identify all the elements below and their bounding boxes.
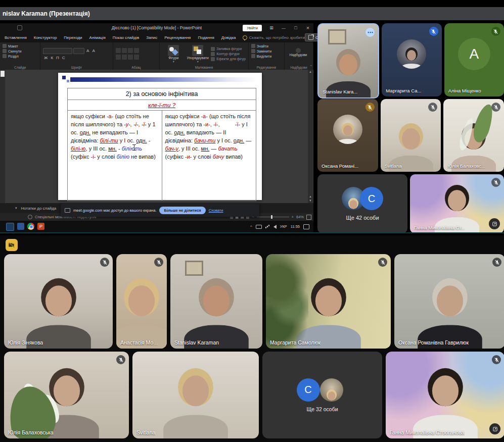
fit-to-window-icon[interactable] xyxy=(306,215,311,220)
zoom-slider[interactable] xyxy=(257,217,289,217)
more-options-badge[interactable] xyxy=(365,28,375,37)
participant-silhouette xyxy=(409,268,490,349)
ribbon-button[interactable]: Знайти xyxy=(251,44,271,48)
ribbon-button[interactable]: Розділ xyxy=(3,54,22,58)
signin-button[interactable]: Увійти xyxy=(243,25,262,31)
speaker-icon[interactable] xyxy=(273,225,277,229)
shrink-font-icon[interactable]: А xyxy=(91,48,96,53)
tellme-search[interactable]: Скажіть, що потрібно зробити xyxy=(243,35,305,40)
participant-tile[interactable]: Stanislav Kara... xyxy=(317,23,379,99)
start-icon[interactable] xyxy=(6,223,14,231)
camera-off-button[interactable] xyxy=(6,239,18,251)
ribbon-tab[interactable]: Переходи xyxy=(60,33,85,42)
restore-icon[interactable] xyxy=(290,24,301,32)
collapse-ribbon-icon[interactable]: ⌃ xyxy=(309,65,312,69)
scroll-up-icon[interactable]: ▲ xyxy=(309,70,312,74)
participant-tile[interactable]: C Ще 42 особи xyxy=(317,174,407,233)
addins-button[interactable]: Надбудови xyxy=(287,46,309,64)
ribbon-tab[interactable]: Вставлення xyxy=(1,33,30,42)
participant-tile[interactable]: Маргарита Самолюк xyxy=(266,254,391,349)
mic-off-badge xyxy=(116,355,125,364)
ribbon-button[interactable]: Виділити xyxy=(251,54,271,58)
ribbon-display-icon[interactable] xyxy=(266,24,277,32)
ribbon-tabs-row: ВставленняКонструкторПереходиАнімаціяПок… xyxy=(0,32,313,43)
participant-tile[interactable]: Маргарита Са... xyxy=(382,23,441,96)
next-slide-icon[interactable]: ▼ xyxy=(309,199,312,203)
grow-font-icon[interactable]: А xyxy=(85,48,90,53)
font-style-button[interactable]: К xyxy=(50,56,54,60)
quick-access-toolbar-icon[interactable] xyxy=(17,25,22,30)
ribbon-tab[interactable]: Показ слайдів xyxy=(109,33,143,42)
notifications-icon[interactable] xyxy=(303,224,309,229)
avatar-silhouette xyxy=(334,119,361,144)
stop-sharing-button[interactable]: Більше не ділитися xyxy=(159,207,205,214)
participant-tile[interactable]: Оксана Романі... xyxy=(317,99,378,172)
participant-tile[interactable]: Svitlana xyxy=(132,352,259,438)
font-style-button[interactable]: Ж xyxy=(43,56,49,60)
font-style-button[interactable]: П xyxy=(55,56,60,60)
numbering-icon[interactable] xyxy=(122,48,127,53)
participant-tile[interactable]: Анастасія Мо... xyxy=(116,254,167,349)
toast-text: meet.google.com має доступ до вашого екр… xyxy=(73,208,156,213)
line-spacing-icon[interactable] xyxy=(134,48,139,53)
clock[interactable]: 11:55 xyxy=(291,224,300,229)
justify-icon[interactable] xyxy=(134,55,139,60)
participant-name: Юлія Балаховс... xyxy=(447,163,485,169)
participant-tile[interactable]: А Аліна Міщенко xyxy=(444,23,504,96)
word-icon[interactable] xyxy=(17,223,24,230)
shapes-button[interactable]: Фігури xyxy=(162,44,185,64)
network-icon[interactable] xyxy=(265,225,270,228)
tray-chevron-icon[interactable]: ^ xyxy=(250,224,252,229)
battery-icon[interactable] xyxy=(256,225,262,229)
ribbon-tab[interactable]: Рецензування xyxy=(161,33,194,42)
chrome-icon[interactable] xyxy=(27,223,34,230)
ribbon-button[interactable]: Ефекти для фігур xyxy=(211,57,246,61)
ribbon-tab[interactable]: Конструктор xyxy=(30,33,61,42)
participant-tile[interactable]: Юлія Балаховська xyxy=(4,352,129,438)
participant-tile[interactable]: C Ще 32 особи xyxy=(262,352,382,438)
close-icon[interactable] xyxy=(302,24,313,32)
participant-tile[interactable]: Оксана Романівна Гаврилюк xyxy=(394,254,504,349)
ribbon-button[interactable]: Макет xyxy=(3,44,22,48)
thumbnail-pane[interactable] xyxy=(0,70,5,203)
participant-tile[interactable]: Ганна Миколаївна Ст... xyxy=(410,174,504,233)
notes-collapse-icon[interactable]: ▾ xyxy=(15,206,17,210)
align-center-icon[interactable] xyxy=(122,55,127,60)
ribbon-tab[interactable]: Анімація xyxy=(86,33,109,42)
popout-icon[interactable] xyxy=(489,218,500,229)
slide[interactable]: 2) за основою інфінітива кле-ї-ти ? якщо… xyxy=(58,73,262,200)
hide-toast-link[interactable]: Сховати xyxy=(209,208,223,213)
popout-icon[interactable] xyxy=(489,423,500,434)
font-name-box[interactable] xyxy=(43,48,72,54)
previous-slide-icon[interactable]: ▲ xyxy=(309,195,312,199)
font-style-button[interactable]: С xyxy=(61,56,66,60)
ribbon-tab[interactable]: Запис xyxy=(143,33,161,42)
ribbon-button[interactable]: Контур фігури xyxy=(211,52,246,56)
participant-silhouette xyxy=(26,358,107,439)
participant-tile[interactable]: Юлія Балаховс... xyxy=(443,99,504,172)
ribbon-group-drawing: Фігури Упорядкувати Заливка фігуриКонтур… xyxy=(160,42,249,70)
participant-tile[interactable]: Stanislav Karaman xyxy=(170,254,262,349)
powerpoint-icon[interactable] xyxy=(37,223,44,230)
indent-icon[interactable] xyxy=(128,48,133,53)
participant-tile[interactable]: Svitlana xyxy=(381,99,441,172)
zoom-level[interactable]: 64% xyxy=(296,215,304,219)
zoom-in-icon[interactable]: + xyxy=(292,215,294,219)
participant-tile[interactable]: Ганна Миколаївна Строганова xyxy=(386,352,504,438)
font-size-box[interactable] xyxy=(73,48,84,54)
language-indicator[interactable]: УКР xyxy=(280,224,287,229)
ribbon-tab[interactable]: Подання xyxy=(194,33,217,42)
ribbon-tab[interactable]: Довідка xyxy=(218,33,240,42)
bullets-icon[interactable] xyxy=(116,48,121,53)
vertical-scrollbar[interactable]: ▲ ▲ ▼ xyxy=(308,70,313,203)
participant-tile[interactable]: Юлія Зінякова xyxy=(4,254,113,349)
arrange-button[interactable]: Упорядкувати xyxy=(187,44,209,64)
tellme-hint: Скажіть, що потрібно зробити xyxy=(249,35,305,40)
align-right-icon[interactable] xyxy=(128,55,133,60)
align-left-icon[interactable] xyxy=(116,55,121,60)
ribbon-button[interactable]: Скинути xyxy=(3,49,22,53)
powerpoint-titlebar: Дієслово (1) [Compatibility Mode] - Powe… xyxy=(0,23,313,32)
minimize-icon[interactable] xyxy=(278,24,289,32)
ribbon-button[interactable]: Замінити xyxy=(251,49,271,53)
ribbon-button[interactable]: Заливка фігури xyxy=(211,47,246,51)
